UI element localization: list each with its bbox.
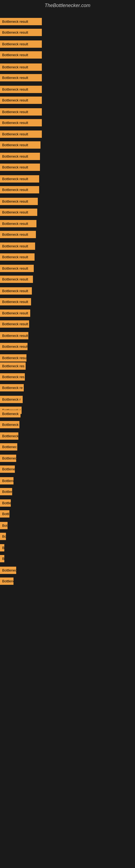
site-title: TheBottlenecker.com (0, 0, 135, 10)
bottleneck-result-bar: Bottleneck result (0, 63, 42, 71)
bottleneck-result-bar: Bottlene (0, 477, 13, 485)
bottleneck-result-bar: Bottleneck result (0, 253, 35, 261)
bottleneck-result-bar: Bottl (0, 510, 9, 518)
bottleneck-result-bar: Bottleneck result (0, 186, 39, 193)
bottleneck-result-bar: Bottleneck result (0, 108, 42, 116)
bottleneck-result-bar: Bottleneck result (0, 163, 40, 171)
bottleneck-result-bar: Bottlenec (0, 443, 17, 451)
bottleneck-result-bar: Bottleneck result (0, 320, 29, 328)
bottleneck-result-bar: Bottleneck (0, 432, 18, 440)
bottleneck-result-bar: Bottlenec (0, 567, 16, 574)
bottleneck-result-bar: Bottleneck result (0, 130, 42, 138)
bottleneck-result-bar: Bottleneck result (0, 74, 42, 82)
bottleneck-result-bar: Bot (0, 533, 6, 540)
bottleneck-result-bar: Bottleneck result (0, 86, 42, 93)
bottleneck-result-bar: Bottleneck result (0, 220, 37, 227)
bottleneck-result-bar: Bottleneck result (0, 265, 34, 272)
bottleneck-result-bar: Bottleneck r (0, 396, 23, 403)
bottleneck-result-bar: Bottleneck result (0, 18, 42, 25)
bottleneck-result-bar: Bottleneck result (0, 175, 39, 183)
bottleneck-result-bar: Bottleneck result (0, 40, 42, 48)
bottleneck-result-bar: Bottleneck result (0, 298, 31, 305)
bottleneck-result-bar: B (0, 555, 4, 562)
bottleneck-result-bar: Bottleneck result (0, 332, 28, 339)
bottleneck-result-bar: Bottleneck result (0, 276, 33, 283)
bottleneck-result-bar: Bottleneck result (0, 141, 41, 149)
bottleneck-result-bar: Bo (0, 544, 4, 552)
bottleneck-result-bar: Bottleneck re (0, 384, 24, 392)
bottleneck-result-bar: Bottlen (0, 488, 12, 495)
bottleneck-result-bar: Bottleneck result (0, 243, 35, 250)
bottleneck-result-bar: Bottleneck resu (0, 354, 27, 362)
bottleneck-result-bar: Bottleneck result (0, 119, 42, 126)
bottleneck-result-bar: Bottlene (0, 578, 13, 585)
bottleneck-result-bar: Bott (0, 522, 8, 529)
bottleneck-result-bar: Bottleneck result (0, 51, 42, 59)
bottleneck-result-bar: Bottleneck res (0, 362, 26, 370)
bottleneck-result-bar: Bottleneck result (0, 97, 42, 104)
bottleneck-result-bar: Bottleneck result (0, 209, 37, 216)
bottleneck-result-bar: Bottleneck (0, 421, 19, 428)
bottleneck-result-bar: Bottleneck result (0, 343, 28, 350)
bottleneck-result-bar: Bottlenec (0, 455, 16, 462)
bottleneck-result-bar: Bottleneck result (0, 29, 42, 36)
bottleneck-result-bar: Bottleneck result (0, 231, 36, 238)
bottleneck-result-bar: Bottleneck (0, 410, 20, 417)
bottleneck-result-bar: Bottleneck result (0, 310, 30, 317)
bottleneck-result-bar: Bottleneck result (0, 153, 40, 160)
bottleneck-result-bar: Bottlenec (0, 465, 15, 473)
bottleneck-result-bar: Bottleneck result (0, 198, 38, 205)
bottleneck-result-bar: Bottleneck result (0, 287, 32, 294)
bottleneck-result-bar: Bottle (0, 499, 11, 507)
bottleneck-result-bar: Bottleneck res (0, 373, 25, 380)
